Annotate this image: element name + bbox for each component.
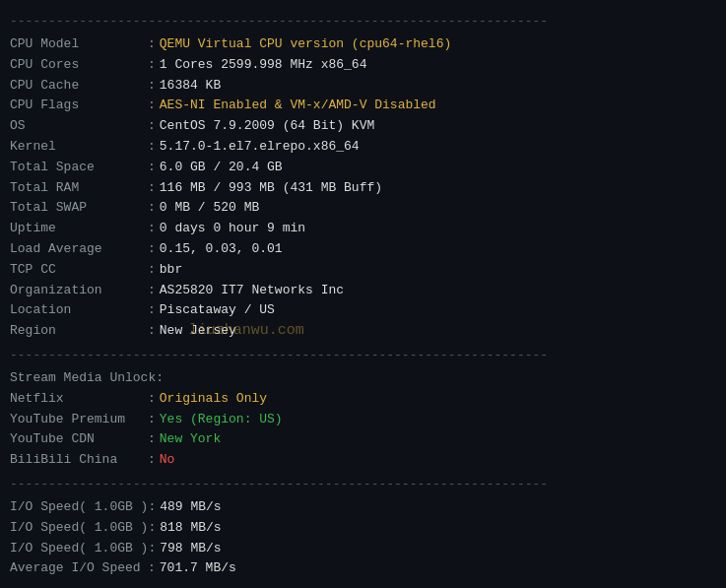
kernel-label: Kernel [10,137,148,158]
system-section: CPU Model : QEMU Virtual CPU version (cp… [10,34,716,342]
total-swap-label: Total SWAP [10,198,148,219]
io-speed-3-label: I/O Speed( 1.0GB ) [10,539,148,559]
table-row: Average I/O Speed : 701.7 MB/s [10,558,716,579]
youtube-cdn-label: YouTube CDN [10,429,148,450]
table-row: Netflix : Originals Only [10,389,716,410]
table-row: I/O Speed( 1.0GB ) : 489 MB/s [10,497,716,518]
io-speed-3-value: 798 MB/s [160,539,221,559]
io-speed-1-value: 489 MB/s [160,497,221,518]
bilibili-value: No [160,450,175,471]
total-ram-label: Total RAM [10,178,148,199]
table-row: Location : Piscataway / US [10,300,716,321]
table-row: YouTube CDN : New York [10,429,716,450]
cpu-cores-value: 1 Cores 2599.998 MHz x86_64 [160,55,367,76]
netflix-value: Originals Only [160,389,267,410]
stream-title-row: Stream Media Unlock : [10,368,716,389]
table-row: CPU Cache : 16384 KB [10,76,716,97]
location-value: Piscataway / US [160,300,275,321]
region-label: Region [10,321,148,342]
tcp-cc-value: bbr [160,260,182,281]
table-row: OS : CentOS 7.9.2009 (64 Bit) KVM [10,116,716,137]
os-label: OS [10,116,148,137]
table-row: Total RAM : 116 MB / 993 MB (431 MB Buff… [10,178,716,199]
main-container: ----------------------------------------… [10,14,716,588]
cpu-cache-value: 16384 KB [160,76,221,97]
kernel-value: 5.17.0-1.el7.elrepo.x86_64 [160,137,360,158]
total-swap-value: 0 MB / 520 MB [160,198,259,219]
table-row: CPU Model : QEMU Virtual CPU version (cp… [10,34,716,55]
table-row: Total SWAP : 0 MB / 520 MB [10,198,716,219]
load-average-value: 0.15, 0.03, 0.01 [160,239,283,260]
table-row: I/O Speed( 1.0GB ) : 798 MB/s [10,539,716,559]
divider-stream: ----------------------------------------… [10,348,716,362]
table-row: BiliBili China : No [10,450,716,471]
table-row: TCP CC : bbr [10,260,716,281]
table-row: I/O Speed( 1.0GB ) : 818 MB/s [10,518,716,539]
io-section: I/O Speed( 1.0GB ) : 489 MB/s I/O Speed(… [10,497,716,579]
table-row: YouTube Premium : Yes (Region: US) [10,410,716,430]
cpu-flags-value: AES-NI Enabled & VM-x/AMD-V Disabled [160,96,436,116]
organization-value: AS25820 IT7 Networks Inc [160,281,344,301]
stream-section: Stream Media Unlock : Netflix : Original… [10,368,716,471]
total-space-label: Total Space [10,158,148,178]
table-row: Total Space : 6.0 GB / 20.4 GB [10,158,716,178]
table-row: Load Average : 0.15, 0.03, 0.01 [10,239,716,260]
io-speed-2-value: 818 MB/s [160,518,221,539]
cpu-model-value: QEMU Virtual CPU version (cpu64-rhel6) [160,34,451,55]
stream-media-label: Stream Media Unlock [10,368,156,389]
avg-io-label: Average I/O Speed [10,558,148,579]
table-row: Organization : AS25820 IT7 Networks Inc [10,281,716,301]
youtube-premium-value: Yes (Region: US) [160,410,283,430]
cpu-model-label: CPU Model [10,34,148,55]
bilibili-label: BiliBili China [10,450,148,471]
organization-label: Organization [10,281,148,301]
os-value: CentOS 7.9.2009 (64 Bit) KVM [160,116,374,137]
table-row: Region : liuzhanwu.com New Jersey [10,321,716,342]
uptime-label: Uptime [10,219,148,239]
table-row: CPU Flags : AES-NI Enabled & VM-x/AMD-V … [10,96,716,116]
divider-top: ----------------------------------------… [10,14,716,29]
tcp-cc-label: TCP CC [10,260,148,281]
avg-io-value: 701.7 MB/s [160,558,236,579]
netflix-label: Netflix [10,389,148,410]
cpu-cache-label: CPU Cache [10,76,148,97]
table-row: Kernel : 5.17.0-1.el7.elrepo.x86_64 [10,137,716,158]
youtube-cdn-value: New York [160,429,221,450]
youtube-premium-label: YouTube Premium [10,410,148,430]
table-row: Uptime : 0 days 0 hour 9 min [10,219,716,239]
cpu-cores-label: CPU Cores [10,55,148,76]
cpu-flags-label: CPU Flags [10,96,148,116]
load-average-label: Load Average [10,239,148,260]
io-speed-2-label: I/O Speed( 1.0GB ) [10,518,148,539]
divider-io: ----------------------------------------… [10,477,716,491]
location-label: Location [10,300,148,321]
region-value: liuzhanwu.com New Jersey [160,321,236,342]
total-ram-value: 116 MB / 993 MB (431 MB Buff) [160,178,382,199]
io-speed-1-label: I/O Speed( 1.0GB ) [10,497,148,518]
uptime-value: 0 days 0 hour 9 min [160,219,305,239]
total-space-value: 6.0 GB / 20.4 GB [160,158,283,178]
table-row: CPU Cores : 1 Cores 2599.998 MHz x86_64 [10,55,716,76]
